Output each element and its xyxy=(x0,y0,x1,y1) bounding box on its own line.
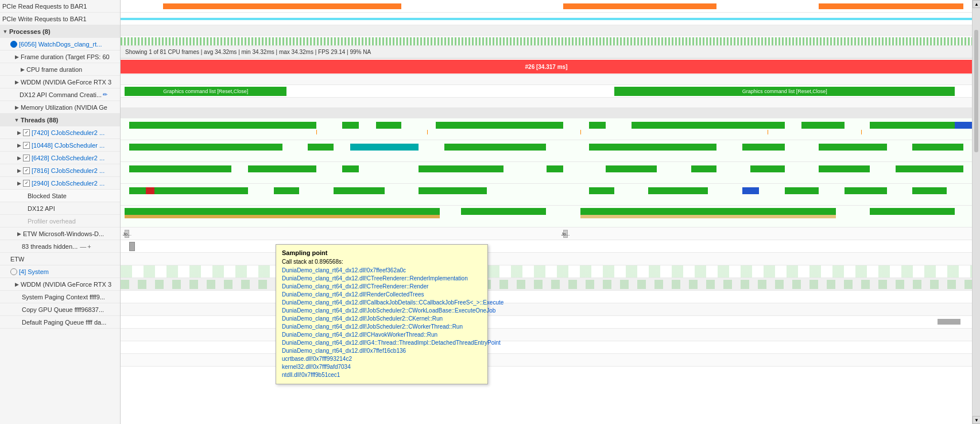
etw-timeline xyxy=(121,291,972,303)
blocked-state-row: Blocked State xyxy=(0,190,120,202)
tooltip-title: Sampling point xyxy=(282,249,482,256)
tooltip-stack-9[interactable]: DuniaDemo_clang_rt64_dx12.dll!G4::Thread… xyxy=(282,339,482,347)
thread-10448-row[interactable]: ▶ ✓ [10448] CJobScheduler ... xyxy=(0,139,120,152)
cmd-bar-2: Graphics command list [Reset,Close] xyxy=(614,87,955,96)
scroll-thumb[interactable] xyxy=(974,30,978,152)
t10448-expand[interactable]: ▶ xyxy=(16,142,22,148)
wddm2-expand[interactable]: ▶ xyxy=(14,282,20,287)
t10448-checkbox[interactable]: ✓ xyxy=(23,142,30,149)
info-bar-text: Showing 1 of 81 CPU frames | avg 34.32ms… xyxy=(125,49,371,55)
copy-gpu-timeline xyxy=(121,341,972,354)
pcie-write-timeline xyxy=(121,13,972,25)
threads-label: Threads (88) xyxy=(21,117,58,124)
sys-paging-label: System Paging Context ffff9... xyxy=(22,294,105,300)
wddm-expand[interactable]: ▶ xyxy=(14,79,20,85)
watchdogs-circle[interactable] xyxy=(10,41,17,48)
tooltip-stack-0[interactable]: DuniaDemo_clang_rt64_dx12.dll!0x7ffeef36… xyxy=(282,267,482,275)
wddm2-row[interactable]: ▶ WDDM (NVIDIA GeForce RTX 3 xyxy=(0,278,120,291)
threads-hidden-timeline xyxy=(121,278,972,291)
etw-ms-row[interactable]: ▶ ETW Microsoft-Windows-D... xyxy=(0,228,120,240)
default-paging-timeline xyxy=(121,354,972,367)
scroll-down-btn[interactable]: ▼ xyxy=(973,416,980,424)
etw-ms-expand[interactable]: ▶ xyxy=(16,231,22,237)
thread-7816-row[interactable]: ▶ ✓ [7816] CJobScheduler2 ... xyxy=(0,164,120,177)
wddm-row[interactable]: ▶ WDDM (NVIDIA GeForce RTX 3 xyxy=(0,76,120,88)
memory-util-row[interactable]: ▶ Memory Utilization (NVIDIA Ge xyxy=(0,101,120,114)
dx12-api-label: DX12 API xyxy=(28,205,55,212)
tooltip-stack-11[interactable]: ucrtbase.dll!0x7fff993214c2 xyxy=(282,355,482,363)
threads-minus-icon[interactable]: — xyxy=(80,243,86,250)
threads-hidden-row: 83 threads hidden... — + xyxy=(0,240,120,253)
blocked-state-label: Blocked State xyxy=(28,192,67,199)
memory-expand[interactable]: ▶ xyxy=(14,105,20,110)
scroll-up-btn[interactable]: ▲ xyxy=(973,0,980,8)
processes-spacer xyxy=(121,25,972,36)
dx12-cmd-timeline: Graphics command list [Reset,Close] Grap… xyxy=(121,85,972,98)
sampling-tooltip: Sampling point Call stack at 0.896568s: … xyxy=(276,244,488,384)
processes-header[interactable]: ▼ Processes (8) xyxy=(0,25,120,38)
tooltip-stack-12[interactable]: kernel32.dll!0x7fff9afd7034 xyxy=(282,363,482,371)
info-bar: Showing 1 of 81 CPU frames | avg 34.32ms… xyxy=(121,46,972,59)
vertical-scrollbar[interactable]: ▲ ▼ xyxy=(972,0,980,424)
t2940-expand[interactable]: ▶ xyxy=(16,180,22,186)
system-row[interactable]: [4] System xyxy=(0,265,120,278)
tooltip-stack-3[interactable]: DuniaDemo_clang_rt64_dx12.dll!RenderColl… xyxy=(282,291,482,299)
sidebar: PCIe Read Requests to BAR1 PCIe Write Re… xyxy=(0,0,121,424)
cpu-frame-label: CPU frame duration xyxy=(26,66,82,73)
watchdogs-row[interactable]: [6056] WatchDogs_clang_rt... xyxy=(0,38,120,51)
tooltip-stack-13[interactable]: ntdll.dll!0x7fff9b51cec1 xyxy=(282,371,482,379)
tooltip-stack-1[interactable]: DuniaDemo_clang_rt64_dx12.dll!CTreeRende… xyxy=(282,275,482,283)
scroll-track[interactable] xyxy=(973,8,980,416)
tooltip-stack-7[interactable]: DuniaDemo_clang_rt64_dx12.dll!JobSchedul… xyxy=(282,323,482,331)
t7816-label: [7816] CJobScheduler2 ... xyxy=(32,167,104,174)
sys-paging-row: System Paging Context ffff9... xyxy=(0,291,120,303)
tooltip-stack-6[interactable]: DuniaDemo_clang_rt64_dx12.dll!JobSchedul… xyxy=(282,315,482,323)
threads-header-timeline xyxy=(121,108,972,118)
thread-7420-row[interactable]: ▶ ✓ [7420] CJobScheduler2 ... xyxy=(0,126,120,139)
dx12-cmd-row: DX12 API Command Creati... ✏ xyxy=(0,88,120,101)
threads-plus-icon[interactable]: + xyxy=(87,243,91,250)
threads-expand[interactable]: ▼ xyxy=(14,117,20,123)
thread-2940-row[interactable]: ▶ ✓ [2940] CJobScheduler2 ... xyxy=(0,177,120,190)
t6428-checkbox[interactable]: ✓ xyxy=(23,155,30,161)
dx12-cmd-label: DX12 API Command Creati... xyxy=(20,91,102,98)
tooltip-stack-10[interactable]: DuniaDemo_clang_rt64_dx12.dll!0x7ffef16c… xyxy=(282,347,482,355)
watchdogs-label: [6056] WatchDogs_clang_rt... xyxy=(19,41,102,48)
processes-label: Processes (8) xyxy=(9,28,51,35)
t6428-label: [6428] CJobScheduler2 ... xyxy=(32,155,104,161)
dx12-link-icon[interactable]: ✏ xyxy=(103,91,107,98)
t7420-checkbox[interactable]: ✓ xyxy=(23,129,30,136)
t7420-expand[interactable]: ▶ xyxy=(16,130,22,136)
jo-btn-2[interactable]: Jo... xyxy=(563,230,568,238)
threads-header[interactable]: ▼ Threads (88) xyxy=(0,114,120,126)
tooltip-stack-2[interactable]: DuniaDemo_clang_rt64_dx12.dll!CTreeRende… xyxy=(282,283,482,291)
threads-hidden-label: 83 threads hidden... xyxy=(22,243,78,250)
copy-gpu-label: Copy GPU Queue ffff96837... xyxy=(22,306,104,313)
processes-expand-icon[interactable]: ▼ xyxy=(2,29,8,34)
dx12-api-timeline xyxy=(121,240,972,253)
copy-gpu-row: Copy GPU Queue ffff96837... xyxy=(0,303,120,316)
cpu-frame-row[interactable]: ▶ CPU frame duration xyxy=(0,63,120,76)
cpu-frame-timeline: #26 [34.317 ms] xyxy=(121,59,972,75)
blocked-state-timeline: Jo... Jo... xyxy=(121,228,972,240)
cpu-frame-expand[interactable]: ▶ xyxy=(20,67,25,72)
tooltip-stack-4[interactable]: DuniaDemo_clang_rt64_dx12.dll!CallbackJo… xyxy=(282,299,482,307)
system-circle[interactable] xyxy=(10,268,17,275)
tooltip-stack-8[interactable]: DuniaDemo_clang_rt64_dx12.dll!CHavokWork… xyxy=(282,331,482,339)
frame-duration-expand[interactable]: ▶ xyxy=(14,54,20,60)
thread-6428-row[interactable]: ▶ ✓ [6428] CJobScheduler2 ... xyxy=(0,152,120,164)
t7816-expand[interactable]: ▶ xyxy=(16,168,22,174)
wddm2-timeline xyxy=(121,316,972,329)
t6428-expand[interactable]: ▶ xyxy=(16,155,22,161)
t2940-checkbox[interactable]: ✓ xyxy=(23,180,30,187)
t7816-checkbox[interactable]: ✓ xyxy=(23,167,30,174)
default-paging-row: Default Paging Queue ffff da... xyxy=(0,316,120,329)
tooltip-stack-5[interactable]: DuniaDemo_clang_rt64_dx12.dll!JobSchedul… xyxy=(282,307,482,315)
etw-row: ETW xyxy=(0,253,120,265)
jo-btn-1[interactable]: Jo... xyxy=(125,230,129,238)
memory-label: Memory Utilization (NVIDIA Ge xyxy=(21,104,107,111)
system-timeline xyxy=(121,303,972,316)
frame-duration-label: Frame duration (Target FPS: 60 xyxy=(21,53,110,60)
etw-ms-label: ETW Microsoft-Windows-D... xyxy=(23,230,104,237)
frame-duration-row[interactable]: ▶ Frame duration (Target FPS: 60 xyxy=(0,51,120,63)
